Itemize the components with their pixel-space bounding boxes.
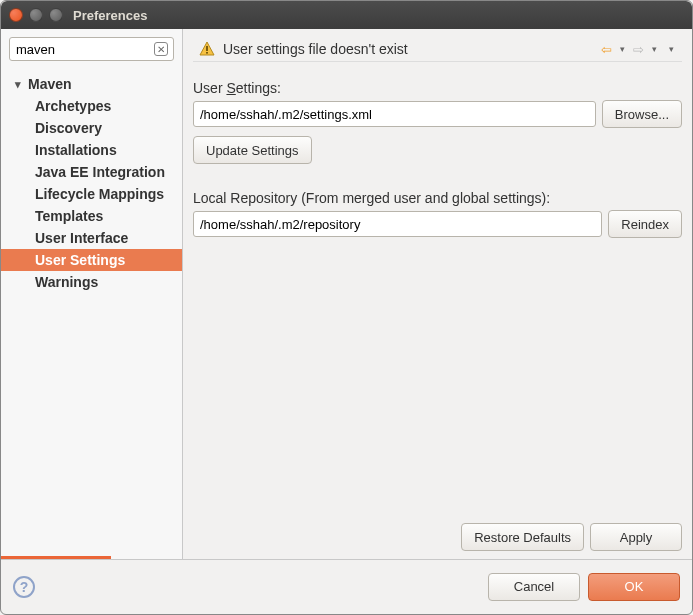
tree-item-label: Archetypes [35, 98, 111, 114]
tree-item-user-settings[interactable]: User Settings [1, 249, 182, 271]
warning-icon [199, 41, 215, 57]
tree-item-templates[interactable]: Templates [1, 205, 182, 227]
local-repository-label: Local Repository (From merged user and g… [193, 190, 682, 206]
tree-item-label: Discovery [35, 120, 102, 136]
window-close-button[interactable] [9, 8, 23, 22]
tree-item-label: Templates [35, 208, 103, 224]
update-settings-button[interactable]: Update Settings [193, 136, 312, 164]
filter-search-input[interactable] [9, 37, 174, 61]
window-minimize-button[interactable] [29, 8, 43, 22]
help-icon[interactable]: ? [13, 576, 35, 598]
svg-rect-2 [206, 52, 208, 54]
window-maximize-button[interactable] [49, 8, 63, 22]
tree-item-label: Warnings [35, 274, 98, 290]
cancel-button[interactable]: Cancel [488, 573, 580, 601]
nav-forward-menu-icon[interactable]: ▾ [650, 44, 659, 54]
svg-rect-1 [206, 46, 208, 51]
restore-defaults-button[interactable]: Restore Defaults [461, 523, 584, 551]
browse-button[interactable]: Browse... [602, 100, 682, 128]
message-banner: User settings file doesn't exist ⇦ ▾ ⇨ ▾… [193, 37, 682, 62]
ok-button[interactable]: OK [588, 573, 680, 601]
nav-back-menu-icon[interactable]: ▾ [618, 44, 627, 54]
tree-item-maven[interactable]: ▾ Maven [1, 73, 182, 95]
titlebar: Preferences [1, 1, 692, 29]
nav-back-icon[interactable]: ⇦ [599, 42, 614, 57]
user-settings-label: User Settings: [193, 80, 682, 96]
preferences-tree: ▾ Maven Archetypes Discovery Installatio… [1, 69, 182, 556]
tree-item-label: Maven [28, 76, 72, 92]
user-settings-input[interactable] [193, 101, 596, 127]
sidebar: ✕ ▾ Maven Archetypes Discovery Installat… [1, 29, 183, 559]
tree-item-warnings[interactable]: Warnings [1, 271, 182, 293]
tree-item-discovery[interactable]: Discovery [1, 117, 182, 139]
tree-item-label: Lifecycle Mappings [35, 186, 164, 202]
tree-item-installations[interactable]: Installations [1, 139, 182, 161]
reindex-button[interactable]: Reindex [608, 210, 682, 238]
dialog-footer: ? Cancel OK [1, 559, 692, 613]
local-repository-input[interactable] [193, 211, 602, 237]
apply-button[interactable]: Apply [590, 523, 682, 551]
clear-search-icon[interactable]: ✕ [154, 42, 168, 56]
sidebar-indicator [1, 556, 111, 559]
tree-item-java-ee-integration[interactable]: Java EE Integration [1, 161, 182, 183]
view-menu-icon[interactable]: ▾ [667, 44, 676, 54]
tree-item-label: User Interface [35, 230, 128, 246]
content-pane: User settings file doesn't exist ⇦ ▾ ⇨ ▾… [183, 29, 692, 559]
window-title: Preferences [73, 8, 147, 23]
tree-item-archetypes[interactable]: Archetypes [1, 95, 182, 117]
tree-item-user-interface[interactable]: User Interface [1, 227, 182, 249]
nav-forward-icon[interactable]: ⇨ [631, 42, 646, 57]
tree-item-label: User Settings [35, 252, 125, 268]
tree-item-label: Java EE Integration [35, 164, 165, 180]
expand-caret-icon: ▾ [15, 78, 25, 91]
banner-message: User settings file doesn't exist [223, 41, 599, 57]
tree-item-lifecycle-mappings[interactable]: Lifecycle Mappings [1, 183, 182, 205]
tree-item-label: Installations [35, 142, 117, 158]
